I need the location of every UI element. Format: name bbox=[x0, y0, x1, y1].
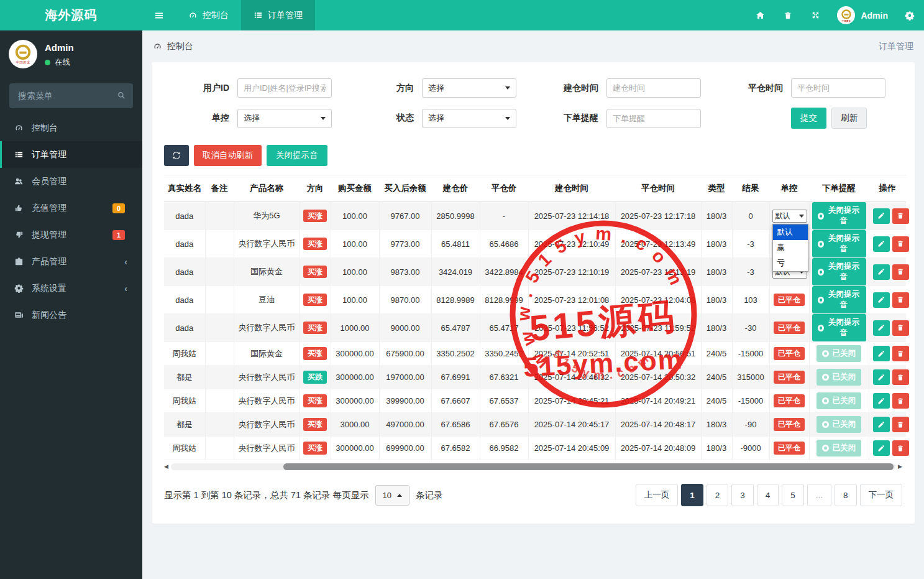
dropdown-option[interactable]: 亏 bbox=[773, 256, 808, 271]
records-info: 显示第 1 到第 10 条记录，总共 71 条记录 每页显示 10 条记录 bbox=[164, 485, 443, 506]
dropdown-option[interactable]: 默认 bbox=[773, 225, 808, 240]
delete-button[interactable] bbox=[892, 440, 909, 456]
scrollbar-thumb[interactable] bbox=[283, 463, 894, 470]
cancel-auto-refresh-button[interactable]: 取消自动刷新 bbox=[194, 145, 262, 166]
delete-button[interactable] bbox=[892, 346, 909, 361]
page-button[interactable]: 2 bbox=[707, 484, 729, 506]
cell-open-time: 2025-07-23 12:14:18 bbox=[528, 202, 615, 230]
submit-button[interactable]: 提交 bbox=[791, 108, 826, 129]
trash-button[interactable] bbox=[774, 11, 802, 20]
breadcrumb-left[interactable]: 控制台 bbox=[153, 41, 193, 52]
delete-button[interactable] bbox=[892, 292, 909, 308]
delete-button[interactable] bbox=[892, 208, 909, 224]
brand-logo[interactable]: 海外源码 bbox=[0, 0, 142, 30]
reminder-input[interactable] bbox=[606, 109, 701, 128]
home-button[interactable] bbox=[746, 11, 774, 20]
reminder-button[interactable]: 关闭提示音 bbox=[812, 230, 866, 257]
dropdown-option[interactable]: 赢 bbox=[773, 240, 808, 256]
delete-button[interactable] bbox=[892, 320, 909, 336]
reminder-button[interactable]: 已关闭 bbox=[817, 369, 862, 386]
edit-button[interactable] bbox=[873, 346, 890, 361]
sidebar-item-orders-list[interactable]: 订单管理 bbox=[0, 141, 142, 168]
pencil-icon bbox=[877, 374, 885, 381]
cell-open-price: 65.4787 bbox=[431, 314, 480, 342]
page-button[interactable]: 1 bbox=[681, 484, 703, 506]
cell-amount: 3000.00 bbox=[331, 413, 379, 437]
sidebar-search-input[interactable] bbox=[9, 83, 133, 108]
edit-button[interactable] bbox=[873, 440, 890, 456]
sidebar-item-briefcase[interactable]: 产品管理‹ bbox=[0, 248, 142, 275]
close-time-input[interactable] bbox=[791, 78, 885, 98]
edit-button[interactable] bbox=[873, 292, 890, 308]
sidebar-item-dashboard[interactable]: 控制台 bbox=[0, 114, 142, 141]
reminder-button[interactable]: 关闭提示音 bbox=[812, 202, 866, 229]
delete-button[interactable] bbox=[892, 264, 909, 280]
gears-icon[interactable] bbox=[895, 11, 924, 21]
user-menu[interactable]: 中国黄金 Admin bbox=[830, 6, 895, 24]
status-select[interactable]: 选择 bbox=[422, 109, 516, 128]
closed-badge: 已平仓 bbox=[774, 418, 805, 430]
sidebar-item-thumbs-up[interactable]: 充值管理0 bbox=[0, 195, 142, 221]
page-button[interactable]: 3 bbox=[731, 484, 754, 506]
cell-actions bbox=[869, 366, 906, 389]
edit-button[interactable] bbox=[873, 264, 890, 280]
delete-button[interactable] bbox=[892, 369, 909, 385]
pencil-icon bbox=[877, 268, 885, 276]
table-toolbar: 取消自动刷新 关闭提示音 bbox=[164, 145, 902, 166]
reminder-button[interactable]: 关闭提示音 bbox=[812, 314, 866, 341]
page-size-select[interactable]: 10 bbox=[375, 485, 409, 506]
page-button[interactable]: 上一页 bbox=[636, 484, 679, 506]
cell-direction: 买涨 bbox=[300, 286, 331, 314]
control-filter-select[interactable]: 选择 bbox=[237, 109, 332, 128]
tab-orders[interactable]: 订单管理 bbox=[241, 0, 315, 30]
open-time-input[interactable] bbox=[606, 78, 701, 98]
delete-button[interactable] bbox=[892, 393, 909, 409]
power-icon bbox=[822, 350, 829, 357]
scroll-right-icon[interactable]: ▶ bbox=[898, 464, 902, 470]
delete-button[interactable] bbox=[892, 236, 909, 252]
page-button[interactable]: 5 bbox=[782, 484, 804, 506]
reminder-button[interactable]: 已关闭 bbox=[817, 345, 862, 362]
edit-button[interactable] bbox=[873, 393, 890, 409]
records-info-text: 显示第 1 到第 10 条记录，总共 71 条记录 每页显示 bbox=[164, 489, 369, 501]
scrollbar-track[interactable] bbox=[171, 463, 895, 470]
fullscreen-button[interactable] bbox=[802, 11, 830, 20]
reminder-button[interactable]: 已关闭 bbox=[817, 392, 862, 409]
cell-note bbox=[205, 342, 234, 366]
sidebar-item-thumbs-down[interactable]: 提现管理1 bbox=[0, 221, 142, 248]
user-id-input[interactable] bbox=[237, 78, 332, 98]
delete-button[interactable] bbox=[892, 417, 909, 432]
h-scrollbar[interactable]: ◀ ▶ bbox=[164, 462, 902, 471]
direction-select[interactable]: 选择 bbox=[422, 78, 516, 98]
search-icon[interactable] bbox=[117, 91, 126, 100]
reminder-button[interactable]: 已关闭 bbox=[817, 440, 862, 456]
scroll-left-icon[interactable]: ◀ bbox=[164, 464, 168, 470]
sidebar-item-gears[interactable]: 系统设置‹ bbox=[0, 275, 142, 302]
cell-amount: 1000.00 bbox=[331, 314, 379, 342]
reload-button[interactable] bbox=[164, 145, 189, 166]
reminder-button[interactable]: 关闭提示音 bbox=[812, 286, 866, 313]
control-select[interactable]: 默认默认赢亏 bbox=[772, 210, 807, 223]
page-button[interactable]: 下一页 bbox=[860, 484, 903, 506]
edit-button[interactable] bbox=[873, 208, 890, 224]
cell-result: -3 bbox=[732, 230, 769, 258]
reminder-button[interactable]: 已关闭 bbox=[817, 416, 862, 433]
reminder-label: 已关闭 bbox=[833, 348, 856, 359]
edit-button[interactable] bbox=[873, 320, 890, 336]
page-button[interactable]: 8 bbox=[835, 484, 857, 506]
cell-open-price: 67.6586 bbox=[431, 413, 480, 437]
edit-button[interactable] bbox=[873, 236, 890, 252]
trash-icon bbox=[897, 296, 904, 303]
sidebar-toggle-button[interactable] bbox=[142, 0, 176, 30]
reminder-button[interactable]: 关闭提示音 bbox=[812, 258, 866, 285]
sidebar-item-users[interactable]: 会员管理 bbox=[0, 168, 142, 195]
edit-button[interactable] bbox=[873, 417, 890, 432]
mute-sound-button[interactable]: 关闭提示音 bbox=[267, 145, 327, 166]
sidebar-item-newspaper[interactable]: 新闻公告 bbox=[0, 302, 142, 328]
page-button[interactable]: 4 bbox=[757, 484, 779, 506]
breadcrumb-label: 控制台 bbox=[167, 41, 193, 52]
edit-button[interactable] bbox=[873, 369, 890, 385]
tab-dashboard[interactable]: 控制台 bbox=[176, 0, 241, 30]
cell-actions bbox=[869, 230, 906, 258]
refresh-button[interactable]: 刷新 bbox=[831, 108, 867, 129]
